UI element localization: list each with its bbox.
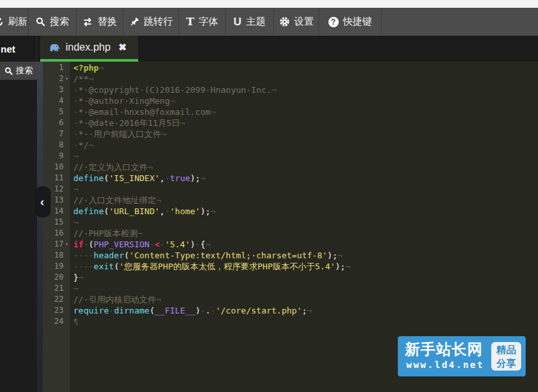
panel-divider[interactable] — [37, 62, 43, 392]
code-line[interactable]: 19····exit('您服务器PHP的版本太低，程序要求PHP版本不小于5.4… — [43, 261, 538, 272]
fold-arrow-icon[interactable]: ▾ — [64, 73, 70, 84]
code-text: /**¬ — [70, 73, 93, 84]
theme-button[interactable]: U 主题 — [226, 8, 274, 36]
code-line[interactable]: 20}¬ — [43, 272, 538, 283]
theme-U-icon: U — [234, 16, 241, 27]
fold-spacer — [64, 106, 70, 117]
collapse-panel-handle[interactable]: ‹ — [35, 186, 51, 217]
code-line[interactable]: 14define('URL_BIND',·'home');¬ — [43, 206, 538, 217]
code-line[interactable]: 4·*·@author·XingMeng¬ — [43, 95, 538, 106]
refresh-button[interactable]: 刷新 — [0, 8, 29, 36]
watermark-title: 新手站长网 — [405, 339, 483, 360]
font-label: 字体 — [199, 16, 218, 28]
code-line[interactable]: 13//·入口文件地址绑定¬ — [43, 195, 538, 206]
code-text: ¬ — [70, 217, 79, 228]
watermark-url: www.ld4.net — [406, 360, 484, 370]
php-elephant-icon — [49, 43, 60, 52]
goto-line-label: 跳转行 — [144, 16, 173, 28]
line-number: 17 — [43, 239, 64, 250]
code-text: //·PHP版本检测¬ — [70, 228, 143, 239]
line-number: 19 — [43, 261, 64, 272]
code-line[interactable]: 24¶ — [43, 316, 538, 327]
code-text: ·*·@copyright·(C)2016-2099·Hnaoyun·Inc.¬ — [70, 84, 276, 95]
line-number: 23 — [43, 305, 64, 316]
line-number: 2 — [43, 73, 64, 84]
code-line[interactable]: 10//·定义为入口文件¬ — [43, 162, 538, 173]
code-line[interactable]: 21¬ — [43, 283, 538, 294]
code-line[interactable]: 1<?php¬ — [43, 62, 538, 73]
shortcuts-button[interactable]: ? 快捷键 — [319, 8, 382, 36]
fold-spacer — [64, 228, 70, 239]
panel-search-button[interactable]: 搜索 — [0, 62, 37, 80]
line-number: 10 — [43, 162, 64, 173]
fold-arrow-icon[interactable]: ▾ — [64, 239, 70, 250]
chevron-left-icon: ‹ — [40, 196, 44, 208]
fold-spacer — [64, 283, 70, 294]
line-number: 5 — [43, 106, 64, 117]
line-number: 20 — [43, 272, 64, 283]
code-line[interactable]: 7·*··用户前端入口文件¬ — [43, 129, 538, 140]
fold-spacer — [64, 272, 70, 283]
shortcuts-label: 快捷键 — [343, 16, 373, 28]
site-watermark: 新手站长网 www.ld4.net 精品 分享 — [398, 336, 526, 376]
line-number: 16 — [43, 228, 64, 239]
browser-top-strip — [0, 0, 538, 8]
code-line[interactable]: 8·*/¬ — [43, 140, 538, 151]
refresh-label: 刷新 — [8, 16, 28, 28]
code-line[interactable]: 18····header('Content-Type:text/html;·ch… — [43, 250, 538, 261]
fold-spacer — [64, 173, 70, 184]
fold-spacer — [64, 140, 70, 151]
tab-index-php[interactable]: index.php ✖ — [40, 36, 138, 62]
code-line[interactable]: 5·*·@email·hnxsh@foxmail.com¬ — [43, 106, 538, 117]
replace-icon — [82, 17, 93, 27]
code-text: ·*·@date·2016年11月5日¬ — [70, 117, 185, 129]
code-lines: 1<?php¬2▾/**¬3·*·@copyright·(C)2016-2099… — [43, 62, 538, 327]
code-text: //·定义为入口文件¬ — [70, 162, 153, 173]
search-icon — [5, 67, 13, 75]
replace-button[interactable]: 替换 — [77, 8, 123, 36]
search-button[interactable]: 搜索 — [29, 8, 77, 36]
search-label: 搜索 — [50, 16, 69, 28]
code-line[interactable]: 16//·PHP版本检测¬ — [43, 228, 538, 239]
settings-button[interactable]: 设置 — [274, 8, 319, 36]
code-text: ¬ — [70, 283, 79, 294]
code-text: ¶ — [70, 316, 79, 327]
code-line[interactable]: 9¬ — [43, 151, 538, 162]
fold-spacer — [64, 217, 70, 228]
code-line[interactable]: 17▾if·(PHP_VERSION·<·'5.4')·{¬ — [43, 239, 538, 250]
fold-spacer — [64, 117, 70, 129]
line-number: 9 — [43, 151, 64, 162]
code-line[interactable]: 12¬ — [43, 184, 538, 195]
code-line[interactable]: 22//·引用内核启动文件¬ — [43, 294, 538, 305]
code-line[interactable]: 11define('IS_INDEX',·true);¬ — [43, 173, 538, 184]
code-text: ·*··用户前端入口文件¬ — [70, 129, 166, 140]
left-panel: 搜索 — [0, 62, 37, 392]
line-number: 21 — [43, 283, 64, 294]
fold-spacer — [64, 250, 70, 261]
fold-spacer — [64, 162, 70, 173]
code-line[interactable]: 15¬ — [43, 217, 538, 228]
fold-spacer — [64, 206, 70, 217]
editor-toolbar: 刷新 搜索 替换 跳转行 T 字体 U 主题 — [0, 8, 538, 36]
line-number: 1 — [43, 62, 64, 73]
goto-line-button[interactable]: 跳转行 — [123, 8, 179, 36]
badge-line1: 精品 — [496, 343, 516, 356]
fold-spacer — [64, 195, 70, 206]
line-number: 4 — [43, 95, 64, 106]
line-number: 24 — [43, 316, 64, 327]
code-line[interactable]: 2▾/**¬ — [43, 73, 538, 84]
code-line[interactable]: 23require·dirname(__FILE__)·.·'/core/sta… — [43, 305, 538, 316]
code-text: ····header('Content-Type:text/html;·char… — [70, 250, 343, 261]
code-text: ····exit('您服务器PHP的版本太低，程序要求PHP版本不小于5.4')… — [70, 261, 350, 272]
pushpin-icon — [129, 17, 140, 27]
line-number: 15 — [43, 217, 64, 228]
code-line[interactable]: 3·*·@copyright·(C)2016-2099·Hnaoyun·Inc.… — [43, 84, 538, 95]
replace-label: 替换 — [97, 16, 117, 28]
code-text: define('IS_INDEX',·true);¬ — [70, 173, 206, 184]
fold-spacer — [64, 62, 70, 73]
search-icon — [36, 17, 45, 27]
font-button[interactable]: T 字体 — [179, 8, 226, 36]
question-circle-icon: ? — [328, 17, 339, 27]
code-line[interactable]: 6·*·@date·2016年11月5日¬ — [43, 117, 538, 129]
tab-close-icon[interactable]: ✖ — [118, 42, 127, 53]
